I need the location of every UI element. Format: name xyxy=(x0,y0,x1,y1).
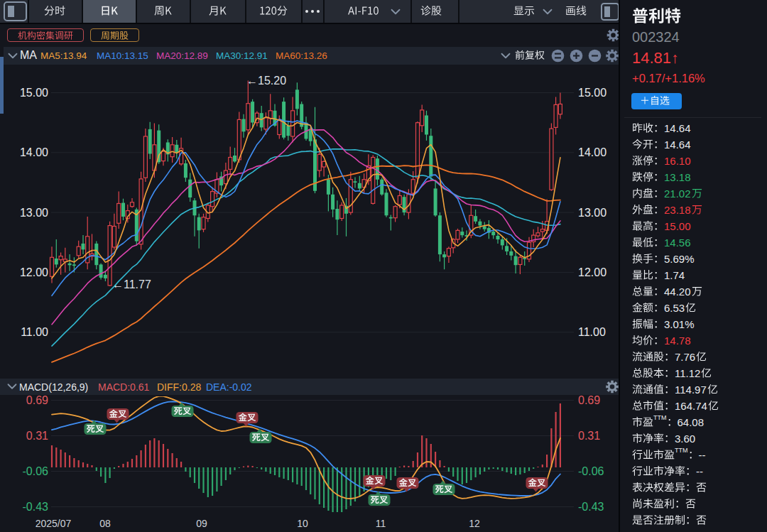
svg-text:13.00: 13.00 xyxy=(20,207,48,219)
svg-text:08: 08 xyxy=(99,518,111,529)
svg-text:0.31: 0.31 xyxy=(578,430,600,442)
svg-text:MACD:0.61: MACD:0.61 xyxy=(98,381,150,393)
svg-text:12: 12 xyxy=(469,518,480,529)
svg-text:0.69: 0.69 xyxy=(26,394,48,406)
svg-text:-0.43: -0.43 xyxy=(23,501,49,513)
svg-text:←15.20: ←15.20 xyxy=(246,75,286,87)
svg-text:-0.06: -0.06 xyxy=(578,465,604,477)
svg-text:11: 11 xyxy=(376,518,386,529)
svg-text:14.00: 14.00 xyxy=(578,146,606,158)
svg-text:12.00: 12.00 xyxy=(578,266,606,278)
svg-text:11.00: 11.00 xyxy=(578,326,606,338)
svg-text:2025/07: 2025/07 xyxy=(36,518,72,529)
svg-text:09: 09 xyxy=(196,518,207,529)
svg-text:15.00: 15.00 xyxy=(20,87,48,99)
svg-text:11.00: 11.00 xyxy=(21,326,48,338)
svg-text:13.00: 13.00 xyxy=(578,207,606,219)
svg-text:←11.77: ←11.77 xyxy=(112,278,151,291)
svg-text:0.31: 0.31 xyxy=(26,430,48,442)
svg-text:0.69: 0.69 xyxy=(578,394,600,406)
svg-text:10: 10 xyxy=(297,518,308,529)
svg-text:14.00: 14.00 xyxy=(20,146,48,158)
svg-text:DEA:-0.02: DEA:-0.02 xyxy=(206,381,252,393)
svg-text:12.00: 12.00 xyxy=(20,266,48,278)
svg-text:DIFF:0.28: DIFF:0.28 xyxy=(157,381,201,393)
svg-text:15.00: 15.00 xyxy=(578,87,606,99)
svg-text:-0.43: -0.43 xyxy=(578,501,604,513)
svg-text:-0.06: -0.06 xyxy=(23,465,49,477)
svg-text:MACD(12,26,9): MACD(12,26,9) xyxy=(19,381,88,393)
